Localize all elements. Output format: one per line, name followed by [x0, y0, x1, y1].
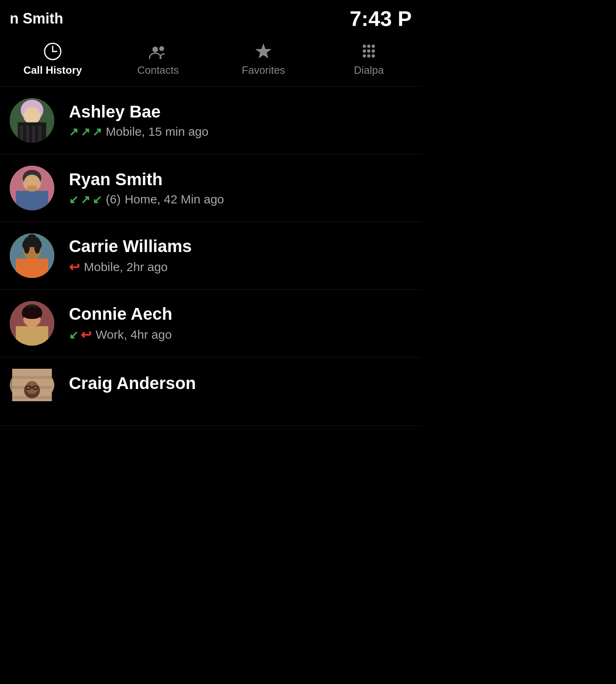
svg-point-11: [372, 49, 375, 53]
svg-rect-42: [16, 326, 48, 346]
svg-point-3: [152, 47, 158, 52]
contact-name-connie-aech: Connie Aech: [69, 304, 412, 324]
svg-rect-24: [32, 126, 35, 143]
call-details-ryan-smith: ↙ ↗ ↙ (6) Home, 42 Min ago: [69, 192, 412, 206]
svg-point-10: [367, 49, 370, 53]
call-info-ashley-bae: Ashley Bae ↗ ↗ ↗ Mobile, 15 min ago: [69, 102, 412, 139]
call-info-carrie-williams: Carrie Williams ↩ Mobile, 2hr ago: [69, 237, 412, 275]
svg-rect-23: [26, 126, 29, 143]
tab-favorites[interactable]: Favorites: [211, 42, 316, 77]
svg-point-7: [367, 45, 370, 48]
call-detail-carrie-williams: Mobile, 2hr ago: [84, 260, 168, 274]
svg-point-20: [24, 107, 40, 123]
dialpad-icon: [359, 42, 378, 61]
svg-point-12: [363, 54, 366, 58]
tab-contacts[interactable]: Contacts: [105, 42, 211, 77]
call-item-connie-aech[interactable]: Connie Aech ↙ ↩ Work, 4hr ago: [0, 290, 421, 357]
call-details-ashley-bae: ↗ ↗ ↗ Mobile, 15 min ago: [69, 125, 412, 139]
arrow-out-3: ↗: [92, 125, 102, 139]
call-detail-ryan-smith: Home, 42 Min ago: [125, 192, 224, 206]
call-info-connie-aech: Connie Aech ↙ ↩ Work, 4hr ago: [69, 304, 412, 342]
svg-point-13: [367, 54, 370, 58]
call-item-carrie-williams[interactable]: Carrie Williams ↩ Mobile, 2hr ago: [0, 222, 421, 290]
svg-point-14: [372, 54, 375, 58]
call-count-ryan-smith: (6): [106, 192, 121, 206]
call-item-craig-anderson[interactable]: Craig Anderson: [0, 357, 421, 426]
avatar-connie-aech: [10, 301, 54, 346]
contact-name-ashley-bae: Ashley Bae: [69, 102, 412, 122]
call-arrows-carrie-williams: ↩: [69, 259, 80, 275]
svg-rect-22: [20, 126, 23, 143]
tab-call-history[interactable]: Call History: [0, 42, 105, 77]
arrow-missed-connie: ↩: [81, 327, 92, 342]
arrow-in-connie: ↙: [69, 328, 78, 342]
arrow-out-2: ↗: [81, 125, 90, 139]
call-info-craig-anderson: Craig Anderson: [69, 374, 412, 396]
svg-marker-5: [255, 43, 272, 58]
clock-icon: [43, 42, 62, 61]
star-icon: [254, 42, 273, 61]
svg-rect-34: [16, 259, 48, 278]
arrow-in-1: ↙: [69, 193, 78, 206]
call-arrows-ryan-smith: ↙ ↗ ↙: [69, 193, 102, 206]
svg-point-31: [26, 185, 38, 192]
call-info-ryan-smith: Ryan Smith ↙ ↗ ↙ (6) Home, 42 Min ago: [69, 170, 412, 206]
call-details-connie-aech: ↙ ↩ Work, 4hr ago: [69, 327, 412, 342]
tab-favorites-label: Favorites: [242, 64, 285, 77]
tab-call-history-label: Call History: [24, 64, 82, 77]
contacts-icon: [149, 42, 167, 61]
svg-rect-28: [16, 191, 48, 210]
contact-name-craig-anderson: Craig Anderson: [69, 374, 412, 393]
call-arrows-connie-aech: ↙ ↩: [69, 327, 92, 342]
arrow-missed-1: ↩: [69, 259, 80, 275]
call-meta-ashley-bae: Mobile, 15 min ago: [106, 125, 208, 139]
avatar-ashley-bae: [10, 98, 54, 143]
tab-dialpad-label: Dialpa: [354, 64, 384, 77]
avatar-craig-anderson: [10, 369, 54, 401]
contact-name-carrie-williams: Carrie Williams: [69, 237, 412, 256]
svg-point-39: [34, 237, 41, 254]
call-item-ashley-bae[interactable]: Ashley Bae ↗ ↗ ↗ Mobile, 15 min ago: [0, 87, 421, 154]
svg-point-8: [372, 45, 375, 48]
tab-bar: Call History Contacts Favorites: [0, 34, 421, 87]
arrow-in-2: ↙: [92, 193, 102, 206]
avatar-ryan-smith: [10, 166, 54, 210]
tab-dialpad[interactable]: Dialpa: [316, 42, 421, 77]
call-list: Ashley Bae ↗ ↗ ↗ Mobile, 15 min ago: [0, 87, 421, 426]
status-bar: n Smith 7:43 P: [0, 0, 421, 34]
svg-rect-49: [12, 376, 52, 379]
call-details-carrie-williams: ↩ Mobile, 2hr ago: [69, 259, 412, 275]
call-arrows-ashley-bae: ↗ ↗ ↗: [69, 125, 102, 139]
svg-rect-45: [22, 307, 42, 319]
clock-label: 7:43 P: [350, 6, 412, 31]
svg-rect-25: [38, 126, 41, 143]
call-detail-connie-aech: Work, 4hr ago: [96, 328, 172, 342]
call-item-ryan-smith[interactable]: Ryan Smith ↙ ↗ ↙ (6) Home, 42 Min ago: [0, 154, 421, 222]
svg-point-9: [363, 49, 366, 53]
carrier-label: n Smith: [10, 10, 63, 27]
arrow-out-1: ↗: [81, 193, 90, 206]
avatar-carrie-williams: [10, 233, 54, 278]
arrow-out-1: ↗: [69, 125, 78, 139]
svg-point-38: [24, 237, 30, 254]
contact-name-ryan-smith: Ryan Smith: [69, 170, 412, 189]
svg-point-4: [159, 46, 164, 51]
tab-contacts-label: Contacts: [137, 64, 179, 77]
svg-point-6: [363, 45, 366, 48]
